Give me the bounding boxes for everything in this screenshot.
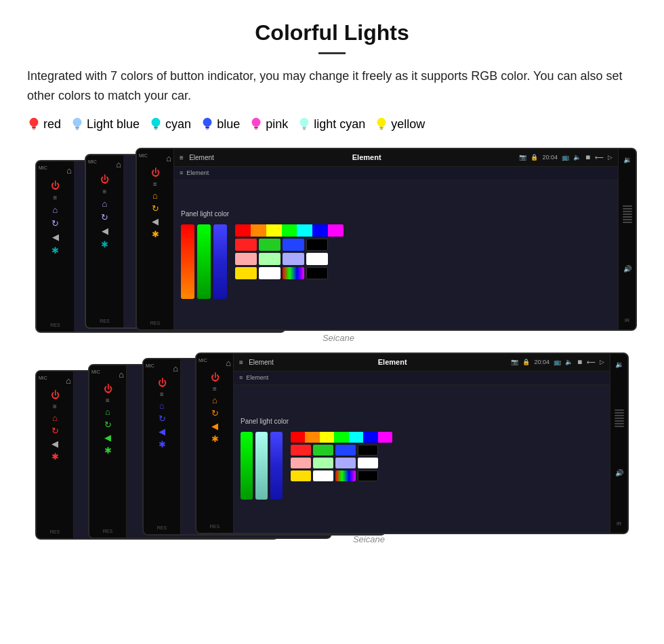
- bulb-icon-lightcyan: [297, 117, 311, 133]
- color-label-yellow: yellow: [391, 117, 425, 132]
- panel-light-label-top: Panel light color: [181, 210, 611, 218]
- svg-point-3: [73, 117, 82, 126]
- color-item-lightcyan: light cyan: [297, 117, 365, 133]
- top-device-3: MIC ⌂ ⏻ ≡ ⌂ ↻ ◀ ✱ RES ≡ Element Element …: [136, 148, 637, 331]
- svg-rect-10: [205, 126, 209, 128]
- page-description: Integrated with 7 colors of button indic…: [27, 66, 637, 106]
- color-label-lightcyan: light cyan: [314, 117, 365, 132]
- bulb-icon-lightblue: [70, 117, 84, 133]
- bot-device-title: Element: [378, 358, 407, 366]
- svg-rect-20: [380, 128, 383, 129]
- color-item-pink: pink: [249, 117, 288, 133]
- svg-rect-16: [302, 126, 306, 128]
- top-device-time: 20:04: [542, 154, 558, 161]
- svg-point-9: [203, 117, 212, 126]
- svg-rect-1: [32, 126, 36, 128]
- color-label-lightblue: Light blue: [87, 117, 140, 132]
- color-item-lightblue: Light blue: [70, 117, 140, 133]
- bot-device-subtitle: Element: [246, 374, 268, 381]
- color-item-cyan: cyan: [149, 117, 191, 133]
- bulb-icon-pink: [249, 117, 263, 133]
- svg-rect-2: [33, 128, 35, 129]
- bot-device-time: 20:04: [534, 359, 549, 365]
- color-item-yellow: yellow: [375, 117, 425, 133]
- svg-rect-17: [303, 128, 306, 129]
- svg-rect-4: [75, 126, 79, 128]
- svg-rect-8: [154, 128, 157, 129]
- bulb-icon-blue: [201, 117, 214, 133]
- svg-point-15: [300, 117, 309, 126]
- top-device-title: Element: [352, 153, 381, 161]
- color-label-blue: blue: [217, 117, 240, 132]
- color-item-blue: blue: [201, 117, 240, 133]
- svg-rect-7: [154, 126, 158, 128]
- bulb-icon-red: [27, 117, 41, 133]
- bottom-device-section: MIC ⌂ ⏻ ≡ ⌂ ↻ ◀ ✱ RES MIC ⌂ ⏻ ≡: [27, 358, 637, 551]
- svg-rect-14: [255, 128, 257, 129]
- svg-rect-19: [379, 126, 383, 128]
- panel-light-label-bot: Panel light color: [241, 418, 603, 425]
- color-item-red: red: [27, 117, 61, 133]
- watermark-top: Seicane: [323, 333, 354, 343]
- svg-point-12: [252, 117, 261, 126]
- svg-point-0: [30, 117, 39, 126]
- top-device-section: MIC ⌂ ⏻ ≡ ⌂ ↻ ◀ ✱ RES MIC ⌂ ⏻ ≡: [27, 148, 637, 351]
- color-label-cyan: cyan: [165, 117, 191, 132]
- title-divider: [318, 52, 346, 54]
- svg-point-18: [377, 117, 386, 126]
- watermark-bottom: Seicane: [353, 534, 385, 544]
- bulb-icon-yellow: [375, 117, 388, 133]
- bot-device-4: MIC ⌂ ⏻ ≡ ⌂ ↻ ◀ ✱ RES ≡ Element Element …: [195, 353, 629, 534]
- page-title: Colorful Lights: [27, 20, 637, 45]
- top-device-subtitle: Element: [186, 169, 209, 176]
- svg-rect-13: [254, 126, 258, 128]
- color-indicators-row: red Light blue cyan: [27, 117, 637, 133]
- svg-point-6: [152, 117, 161, 126]
- color-label-pink: pink: [266, 117, 288, 132]
- bulb-icon-cyan: [149, 117, 163, 133]
- svg-rect-5: [76, 128, 79, 129]
- svg-rect-11: [206, 128, 209, 129]
- page-wrapper: Colorful Lights Integrated with 7 colors…: [0, 0, 664, 571]
- color-label-red: red: [43, 117, 61, 132]
